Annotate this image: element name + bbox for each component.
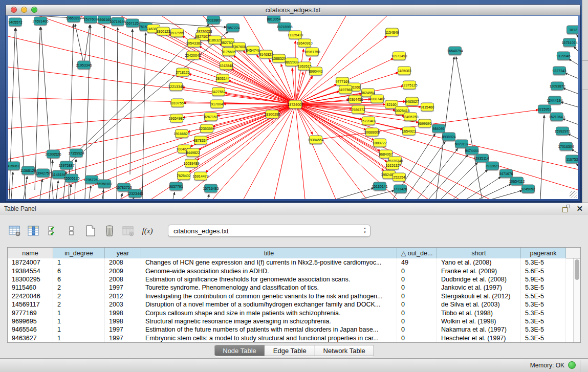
table-scrollbar-thumb[interactable] [575, 259, 579, 280]
table-cell[interactable]: 6 [53, 267, 105, 275]
graph-node[interactable]: 1615132 [386, 161, 399, 170]
graph-node[interactable]: 9227343 [553, 67, 566, 75]
table-cell[interactable]: 18300295 [8, 275, 53, 283]
graph-node[interactable]: 8454749 [246, 46, 259, 55]
table-cell[interactable]: 5.3E-5 [521, 309, 566, 317]
graph-node[interactable]: 12093872 [551, 82, 564, 91]
table-row[interactable]: 946362711997Embryonic stem cells: a mode… [8, 334, 580, 342]
table-cell[interactable]: 2012 [105, 292, 141, 300]
graph-node[interactable]: 16671358 [126, 19, 139, 28]
table-cell[interactable]: 1997 [105, 334, 141, 342]
graph-node[interactable]: 6497568 [339, 85, 352, 94]
graph-node[interactable]: 27691406 [34, 17, 47, 26]
table-cell[interactable]: 9463627 [8, 334, 53, 342]
table-cell[interactable]: Disruption of a novel member of a sodium… [141, 300, 397, 309]
graph-node[interactable]: 18724007 [289, 100, 302, 109]
graph-node[interactable]: 9115460 [421, 103, 434, 112]
graph-node[interactable]: 8822037 [285, 58, 298, 67]
graph-node[interactable]: 19218986 [278, 23, 291, 31]
memory-status-indicator[interactable] [568, 361, 576, 369]
graph-node[interactable]: 12975887 [60, 161, 73, 170]
graph-node[interactable]: 11568129 [21, 166, 35, 175]
graph-node[interactable]: 19654985 [170, 114, 183, 123]
graph-node[interactable]: 9405572 [9, 18, 22, 27]
resize-grip-icon[interactable] [570, 191, 577, 198]
graph-node[interactable]: 252254 [393, 173, 406, 182]
table-cell[interactable]: 0 [397, 317, 437, 325]
table-cell[interactable]: 9115460 [8, 283, 53, 292]
graph-node[interactable]: 2718126 [176, 68, 189, 77]
graph-node[interactable]: 19384554 [309, 136, 322, 144]
table-cell[interactable]: 5.3E-5 [521, 334, 566, 342]
table-cell[interactable]: 2008 [105, 275, 141, 283]
graph-node[interactable]: 1733426 [394, 185, 407, 193]
table-cell[interactable]: Yano et al. (2008) [437, 258, 521, 267]
table-cell[interactable]: Estimation of significance thresholds fo… [141, 275, 397, 283]
table-cell[interactable]: 5.6E-5 [521, 267, 566, 275]
graph-node[interactable]: 16961758 [306, 48, 319, 56]
table-scrollbar[interactable] [573, 258, 580, 342]
column-header-pagerank[interactable]: pagerank [521, 248, 566, 258]
graph-node[interactable]: 9699695 [418, 119, 431, 128]
table-cell[interactable]: 9777169 [8, 309, 53, 317]
network-view-frame[interactable]: citations_edges.txt 94055722769140610653… [5, 4, 581, 202]
graph-node[interactable]: 1654923 [402, 127, 416, 136]
table-cell[interactable]: 5.9E-5 [521, 275, 566, 283]
table-row[interactable]: 977716911998Corpus callosum shape and si… [8, 309, 580, 317]
graph-node[interactable]: 9463627 [405, 97, 419, 106]
graph-node[interactable]: 18107554 [171, 99, 184, 107]
clear-row-selection-icon[interactable] [65, 224, 78, 237]
graph-node[interactable]: 917004 [210, 100, 224, 108]
graph-node[interactable]: 9657791 [169, 182, 183, 191]
graph-node[interactable]: 435061 [8, 162, 20, 170]
table-cell[interactable]: 5.3E-5 [521, 258, 566, 267]
graph-node[interactable]: 13942757 [36, 169, 50, 178]
table-cell[interactable]: 2003 [105, 300, 141, 309]
table-cell[interactable]: 0 [397, 300, 437, 309]
graph-node[interactable]: 19166829 [175, 129, 188, 138]
graph-node[interactable]: 8471676 [499, 169, 513, 178]
table-cell[interactable]: 1998 [105, 317, 141, 325]
table-cell[interactable]: 1 [53, 317, 105, 325]
table-row[interactable]: 1938455462009Genome-wide association stu… [8, 267, 580, 275]
node-table[interactable]: namein_degreeyeartitle△ out_de...shortpa… [7, 247, 581, 343]
delete-table-icon[interactable] [103, 224, 116, 237]
graph-node[interactable]: 16958187 [98, 180, 111, 188]
column-header-in_degree[interactable]: in_degree [53, 248, 105, 258]
graph-node[interactable]: 17016504 [559, 142, 573, 151]
graph-node[interactable]: 12353594 [200, 124, 213, 133]
graph-node[interactable]: 7485083 [398, 67, 411, 75]
graph-node[interactable]: 8938924 [442, 133, 455, 141]
graph-node[interactable]: 16648794 [448, 47, 462, 55]
column-header-short[interactable]: short [437, 248, 521, 258]
graph-node[interactable]: 12213349 [169, 82, 183, 91]
table-cell[interactable]: 5.3E-5 [521, 283, 566, 292]
graph-node[interactable]: 18495758 [404, 113, 417, 121]
table-cell[interactable]: Stergiakouli et al. (2012) [437, 292, 521, 300]
graph-node[interactable]: 12323445 [128, 189, 142, 198]
table-cell[interactable]: 9465546 [8, 325, 53, 334]
graph-node[interactable]: 15130141 [373, 182, 386, 191]
column-header-out_de[interactable]: △ out_de... [397, 248, 437, 258]
table-row[interactable]: 911546021997Tourette syndrome. Phenomeno… [8, 283, 580, 292]
table-cell[interactable]: Tibbo et al. (1998) [437, 309, 521, 317]
table-row[interactable]: 946554611997Estimation of the future num… [8, 325, 580, 334]
table-cell[interactable]: 49 [397, 258, 437, 267]
graph-node[interactable]: 9242848 [220, 61, 233, 70]
table-cell[interactable]: Investigating the contribution of common… [141, 292, 397, 300]
graph-node[interactable]: 10653287 [67, 16, 80, 23]
table-cell[interactable]: 0 [397, 309, 437, 317]
graph-node[interactable]: 8186328 [208, 36, 222, 45]
table-row[interactable]: 1872400712008Changes of HCN gene express… [8, 258, 580, 267]
network-window-titlebar[interactable]: citations_edges.txt [6, 5, 580, 15]
table-cell[interactable]: 5.3E-5 [521, 300, 566, 309]
graph-node[interactable]: 8878334 [194, 136, 207, 145]
graph-node[interactable]: 10807487 [371, 95, 384, 103]
graph-node[interactable]: 10719194 [111, 17, 124, 26]
graph-node[interactable]: 10654112 [510, 177, 524, 186]
graph-node[interactable]: 8449822 [186, 148, 200, 157]
function-builder-icon[interactable]: f(x) [141, 224, 154, 237]
table-cell[interactable]: Estimation of the future numbers of pati… [141, 325, 397, 334]
graph-node[interactable]: 12444194 [548, 96, 561, 105]
graph-node[interactable]: 1588520 [272, 54, 286, 63]
